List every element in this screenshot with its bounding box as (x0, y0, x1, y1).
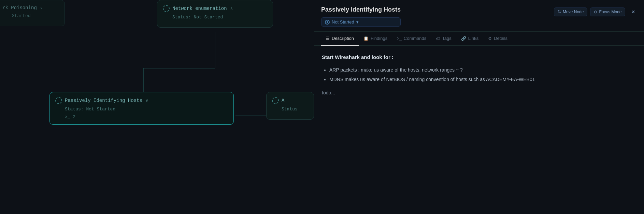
focus-mode-label: Focus Mode (599, 10, 621, 14)
panel-title: Passively Identifying Hosts (321, 6, 401, 13)
tab-details[interactable]: ⚙ Details (483, 32, 512, 46)
status-dropdown-icon: ▾ (356, 19, 359, 25)
tab-links-icon: 🔗 (461, 36, 466, 41)
panel-header: Passively Identifying Hosts Not Started … (314, 0, 644, 32)
move-node-label: Move Node (563, 10, 584, 14)
node-enum-chevron: ∧ (230, 6, 233, 11)
tab-findings-icon: 📋 (363, 36, 369, 41)
content-list: ARP packets : make us aware of the hosts… (322, 66, 636, 83)
tab-commands[interactable]: >_ Commands (392, 32, 431, 46)
tab-commands-icon: >_ (397, 36, 402, 41)
node-passive-title: Passively Identifying Hosts (65, 98, 142, 103)
tab-description[interactable]: ☰ Description (321, 32, 359, 46)
detail-panel: Passively Identifying Hosts Not Started … (314, 0, 644, 214)
status-dot-inner (327, 21, 328, 23)
tab-tags-label: Tags (442, 36, 451, 41)
tab-tags[interactable]: 🏷 Tags (431, 32, 456, 46)
content-heading: Start Wireshark and look for : (322, 53, 636, 61)
list-item-arp: ARP packets : make us aware of the hosts… (329, 66, 636, 74)
list-item-mdns: MDNS makes us aware of NetBIOS / naming … (329, 76, 636, 83)
focus-mode-button[interactable]: ⊙ Focus Mode (590, 7, 625, 16)
tab-description-icon: ☰ (326, 36, 330, 41)
node-partial-title: A (282, 98, 284, 103)
status-badge[interactable]: Not Started ▾ (321, 17, 401, 27)
node-arp-chevron: ∨ (40, 5, 43, 11)
node-enum-title: Network enumeration (172, 6, 227, 11)
node-arp-poisoning[interactable]: rk Poisoning ∨ Started (0, 0, 65, 26)
tabs-row: ☰ Description 📋 Findings >_ Commands 🏷 T… (314, 32, 644, 46)
move-node-button[interactable]: ⇅ Move Node (554, 7, 587, 16)
node-passive-hosts[interactable]: Passively Identifying Hosts ∨ Status: No… (49, 92, 234, 125)
content-area: Start Wireshark and look for : ARP packe… (314, 46, 644, 214)
node-passive-commands: >_ 2 (65, 114, 228, 120)
tab-findings-label: Findings (371, 36, 387, 41)
node-passive-icon (55, 97, 62, 104)
node-title-row: rk Poisoning ∨ (2, 5, 59, 11)
panel-header-right: ⇅ Move Node ⊙ Focus Mode × (554, 7, 637, 16)
tab-links-label: Links (468, 36, 478, 41)
node-network-enum[interactable]: Network enumeration ∧ Status: Not Starte… (157, 0, 273, 28)
node-enum-title-row: Network enumeration ∧ (163, 5, 267, 12)
move-node-icon: ⇅ (558, 10, 561, 14)
panel-header-left: Passively Identifying Hosts Not Started … (321, 6, 401, 27)
content-todo: todo... (322, 89, 636, 96)
tab-findings[interactable]: 📋 Findings (359, 32, 392, 46)
node-partial-right[interactable]: A Status (266, 92, 314, 120)
focus-mode-icon: ⊙ (594, 10, 597, 14)
canvas-area: rk Poisoning ∨ Started Network enumerati… (0, 0, 314, 214)
node-arp-title: rk Poisoning (2, 5, 37, 11)
tab-details-icon: ⚙ (488, 36, 492, 41)
close-button[interactable]: × (629, 8, 637, 16)
node-passive-chevron: ∨ (146, 98, 148, 103)
status-label: Not Started (332, 19, 354, 25)
node-partial-title-row: A (272, 97, 308, 104)
node-enum-icon (163, 5, 170, 12)
tab-tags-icon: 🏷 (436, 36, 440, 41)
tab-description-label: Description (332, 36, 354, 41)
node-enum-status: Status: Not Started (172, 15, 267, 20)
node-arp-status: Started (12, 13, 59, 18)
node-partial-icon (272, 97, 279, 104)
status-dot-icon (325, 20, 330, 25)
node-passive-status: Status: Not Started (65, 107, 228, 112)
tab-details-label: Details (494, 36, 507, 41)
tab-links[interactable]: 🔗 Links (456, 32, 483, 46)
tab-commands-label: Commands (404, 36, 426, 41)
node-partial-status: Status (282, 107, 308, 112)
node-passive-title-row: Passively Identifying Hosts ∨ (55, 97, 228, 104)
